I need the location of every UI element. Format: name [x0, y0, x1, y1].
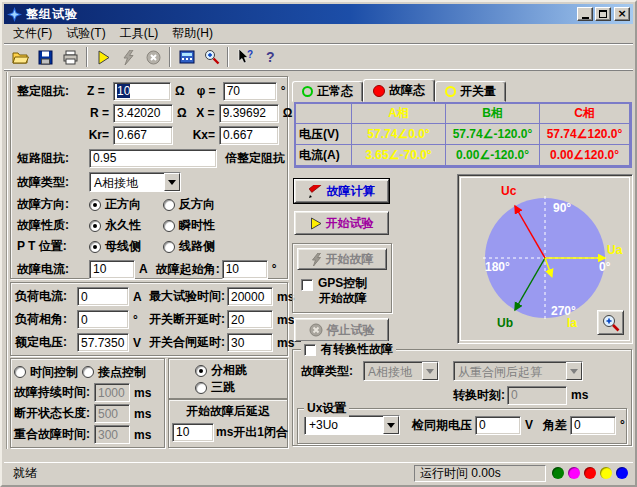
pt-line-radio[interactable] — [163, 241, 175, 253]
print-button[interactable] — [58, 46, 83, 69]
open-file-button[interactable] — [8, 46, 33, 69]
load-current-input[interactable]: 0 — [77, 287, 129, 306]
ms-unit: ms — [277, 336, 294, 350]
phasor-zoom-button[interactable] — [597, 310, 624, 335]
save-button[interactable] — [33, 46, 58, 69]
angle-diff-label: 角差 — [543, 417, 567, 434]
rated-voltage-input[interactable]: 57.7350 — [77, 333, 129, 352]
load-current-row: 负荷电流: 0 A 最大试验时间: 20000 ms — [11, 285, 287, 308]
ux-settings-label: Ux设置 — [307, 400, 346, 417]
chevron-down-icon[interactable] — [383, 416, 399, 434]
ms-unit: ms — [277, 313, 294, 327]
menu-tools[interactable]: 工具(L) — [115, 23, 168, 44]
about-help-button[interactable]: ? — [257, 46, 282, 69]
load-angle-input[interactable]: 0 — [77, 310, 129, 329]
start-fault-button[interactable] — [116, 46, 141, 69]
tab-normal-state[interactable]: 正常态 — [292, 81, 363, 102]
toolbar-separator — [169, 47, 171, 67]
r-input[interactable]: 3.42020 — [113, 104, 173, 123]
current-b-value: 0.00∠-120.0° — [446, 145, 540, 166]
switch-close-delay-input[interactable]: 30 — [227, 333, 273, 352]
kx-input[interactable]: 0.667 — [219, 126, 279, 145]
zoom-view-button[interactable] — [199, 46, 224, 69]
fault-calc-button[interactable]: 故障计算 — [294, 179, 389, 203]
stop-test-button[interactable] — [141, 46, 166, 69]
close-button[interactable]: × — [614, 7, 630, 21]
ohm-unit: Ω — [283, 106, 293, 120]
kr-input[interactable]: 0.667 — [113, 126, 173, 145]
nature-transient-label: 瞬时性 — [179, 217, 215, 234]
delay-input[interactable]: 10 — [172, 423, 214, 442]
nature-transient-radio[interactable] — [163, 220, 175, 232]
start-fault-button-main[interactable]: 开始故障 — [297, 248, 387, 270]
phase-trip-radio[interactable] — [195, 365, 207, 377]
kx-label: Kx= — [173, 128, 219, 142]
reclose-fault-input: 300 — [94, 425, 130, 444]
three-trip-radio[interactable] — [195, 382, 207, 394]
direction-reverse-radio[interactable] — [163, 199, 175, 211]
status-led — [552, 467, 564, 479]
maximize-button[interactable] — [595, 7, 611, 21]
chevron-down-icon — [566, 362, 582, 380]
degree-unit: ° — [620, 418, 625, 432]
window-title: 整组试验 — [26, 6, 575, 23]
stop-test-button-main[interactable]: 停止试验 — [294, 318, 389, 342]
ohm-unit: Ω — [175, 84, 185, 98]
start-test-button-main[interactable]: 开始试验 — [294, 211, 389, 235]
load-angle-row: 负荷相角: 0 ° 开关断开延时: 20 ms — [11, 308, 287, 331]
context-help-button[interactable]: ? — [232, 46, 257, 69]
contact-control-radio[interactable] — [82, 366, 94, 378]
minimize-button[interactable] — [577, 7, 593, 21]
vector-label-ia: Ia — [567, 316, 577, 330]
fault-start-angle-input[interactable]: 10 — [222, 260, 268, 279]
switch-open-delay-input[interactable]: 20 — [227, 310, 273, 329]
sync-voltage-input[interactable]: 0 — [475, 416, 521, 435]
pt-position-label: P T 位置: — [17, 238, 89, 255]
tab-fault-state[interactable]: 故障态 — [363, 79, 435, 102]
fault-direction-row: 故障方向: 正方向 反方向 — [11, 194, 287, 215]
fault-current-input[interactable]: 10 — [89, 260, 135, 279]
direction-forward-radio[interactable] — [89, 199, 101, 211]
fault-duration-row: 故障持续时间: 1000 ms — [11, 382, 164, 403]
contact-control-label: 接点控制 — [98, 364, 146, 381]
z-label: Z = — [87, 84, 113, 98]
control-mode-row: 时间控制 接点控制 — [11, 362, 164, 382]
pt-bus-radio[interactable] — [89, 241, 101, 253]
z-input[interactable]: 10 — [113, 82, 171, 101]
fault-type-label: 故障类型: — [17, 174, 89, 191]
transform-type-row: 故障类型: A相接地 从重合闸后起算 — [293, 358, 631, 384]
vector-label-uc: Uc — [501, 184, 517, 198]
calculator-button[interactable] — [174, 46, 199, 69]
pen-icon — [309, 185, 323, 198]
ampere-unit: A — [133, 290, 145, 304]
status-led-strip — [550, 467, 630, 479]
menu-test[interactable]: 试验(T) — [61, 23, 114, 44]
fault-type-select[interactable]: A相接地 — [89, 172, 181, 192]
gps-control-option[interactable]: GPS控制 开始故障 — [301, 276, 367, 306]
ux-select[interactable]: +3Uo — [304, 415, 400, 435]
close-icon: × — [617, 9, 626, 19]
short-circuit-input[interactable]: 0.95 — [89, 149, 217, 168]
start-test-button[interactable] — [91, 46, 116, 69]
angle-diff-input[interactable]: 0 — [570, 416, 616, 435]
toolbar-separator — [227, 47, 229, 67]
menu-file[interactable]: 文件(F) — [8, 23, 61, 44]
chevron-down-icon[interactable] — [164, 173, 180, 191]
maximize-icon — [599, 10, 607, 18]
nature-permanent-radio[interactable] — [89, 220, 101, 232]
x-input[interactable]: 9.39692 — [219, 104, 279, 123]
direction-forward-label: 正方向 — [105, 196, 141, 213]
app-icon — [7, 7, 22, 22]
tab-switch-state[interactable]: 开关量 — [435, 81, 506, 102]
time-control-radio[interactable] — [14, 366, 26, 378]
menu-help[interactable]: 帮助(H) — [167, 23, 222, 44]
max-test-time-input[interactable]: 20000 — [227, 287, 273, 306]
transform-moment-label: 转换时刻: — [453, 387, 505, 404]
red-circle-icon — [373, 85, 385, 97]
gps-checkbox[interactable] — [301, 279, 313, 291]
phi-input[interactable]: 70 — [223, 82, 277, 101]
fault-current-row: 故障电流: 10 A 故障起始角: 10 ° — [11, 257, 287, 281]
transform-fault-checkbox[interactable] — [304, 344, 316, 356]
pt-bus-label: 母线侧 — [105, 238, 141, 255]
stop-test-label: 停止试验 — [327, 322, 375, 339]
